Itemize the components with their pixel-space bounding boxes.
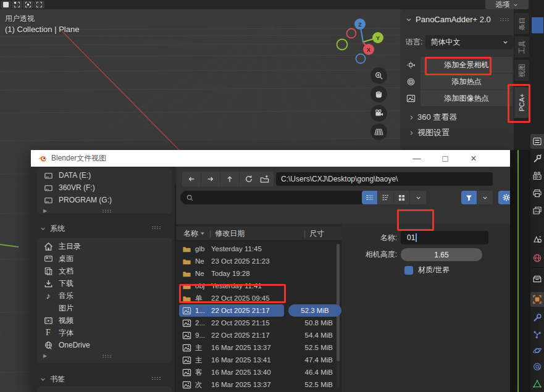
filename-input[interactable]: 01 [401,231,488,244]
chevron-down-icon [40,225,46,232]
forward-button[interactable] [201,172,220,186]
panel-grip[interactable] [500,18,509,21]
world-icon[interactable] [532,253,542,263]
system-item[interactable]: 图片 [37,302,172,314]
filter-options-dropdown[interactable] [477,191,493,204]
object-data-icon[interactable] [532,379,542,389]
side-tab-工具[interactable]: 工具 [514,36,529,57]
camera-height-label: 相机高度: [341,249,397,260]
physics-icon[interactable] [532,346,542,356]
side-tab-视图[interactable]: 视图 [514,60,529,81]
maximize-button[interactable]: □ [435,150,456,167]
file-row[interactable]: 次16 Mar 2025 13:3752.5 MiB [176,378,341,391]
tool-settings-icon[interactable] [532,136,542,146]
object-icon[interactable] [532,294,542,304]
pan-hand-icon[interactable] [370,86,387,102]
volume-item[interactable]: 360VR (F:) [37,181,172,194]
system-item[interactable]: 下载 [37,277,172,290]
path-input[interactable]: C:\Users\CXJ\Desktop\gong\baoye\ [276,172,493,186]
file-row[interactable]: 主16 Mar 2025 13:4147.4 MiB [176,354,341,366]
system-item[interactable]: 视频 [37,314,172,327]
column-size[interactable]: 尺寸 [309,228,324,239]
back-button[interactable] [182,172,201,186]
system-item[interactable]: F字体 [37,327,172,339]
parent-dir-button[interactable] [220,172,239,186]
section-grip[interactable] [151,377,161,380]
tool-icon[interactable] [532,154,542,164]
expand-arrow-icon[interactable]: ▶ [43,353,47,359]
particles-icon[interactable] [532,330,542,340]
system-item[interactable]: 主目录 [37,240,172,252]
arrow-right-icon [206,175,215,183]
column-date[interactable]: 修改日期 [215,228,245,239]
language-dropdown[interactable]: 简体中文 [425,35,514,49]
search-icon [186,194,194,202]
viewport-gap [510,150,530,392]
panel-buttons: 添加全景相机 添加热点 添加图像热点 [401,57,513,107]
select-mode-circle-icon[interactable] [23,1,33,9]
volume-item[interactable]: DATA (E:) [37,169,172,181]
camera-height-field[interactable]: 1.65 [401,248,482,261]
system-item[interactable]: 文档 [37,265,172,277]
file-list-pane: 名称 | 修改日期 | 尺寸 glbYesterday 11:45Ne23 Oc… [176,224,341,392]
render-icon[interactable] [532,171,542,181]
image-file-icon [182,356,191,365]
camera-view-icon[interactable] [370,105,387,122]
bookmarks-section-header[interactable]: 书签 [40,374,65,385]
material-world-checkbox[interactable] [404,266,413,275]
select-mode-box-icon[interactable] [12,1,22,9]
section-360-viewer[interactable]: 360 查看器 [408,112,457,123]
file-row[interactable]: objYesterday 11:41 [176,280,341,292]
file-row[interactable]: Ne23 Oct 2025 21:23 [176,255,341,267]
section-view-settings[interactable]: 视图设置 [408,127,450,138]
side-tab-条目[interactable]: 条目 [514,13,529,34]
filter-button[interactable] [461,191,477,204]
select-mode-lasso-icon[interactable] [34,1,44,9]
close-button[interactable]: × [463,150,484,167]
select-mode-tweak-icon[interactable] [1,1,11,9]
panel-collapse-icon[interactable] [405,16,412,23]
file-row[interactable]: 客16 Mar 2025 13:4046.4 MiB [176,366,341,378]
constraints-icon[interactable] [532,362,542,372]
file-row[interactable]: 1...22 Oct 2025 21:1752.3 MiB [176,304,341,317]
system-item[interactable]: ♪音乐 [37,290,172,302]
settings-button[interactable] [498,191,510,204]
system-section-header[interactable]: 系统 [40,223,65,234]
resize-grip[interactable] [102,354,111,357]
view-list-button[interactable] [362,191,377,204]
search-input[interactable] [180,191,370,204]
view-thumbnail-button[interactable] [394,191,409,204]
properties-blue-field[interactable] [532,17,543,33]
file-row[interactable]: 9...22 Oct 2025 21:1754.4 MiB [176,329,341,341]
zoom-tool-icon[interactable] [370,67,387,84]
collection-icon[interactable] [532,274,542,284]
view-layer-icon[interactable] [532,206,542,215]
expand-arrow-icon[interactable]: ▶ [43,208,47,214]
orientation-gizmo[interactable]: Z Y X [333,14,395,66]
view-options-dropdown[interactable] [410,191,426,204]
minimize-button[interactable]: — [406,150,427,167]
modifiers-icon[interactable] [532,313,542,323]
file-row[interactable]: 主16 Mar 2025 13:3752.5 MiB [176,341,341,354]
file-row[interactable]: 单22 Oct 2025 09:45 [176,292,341,304]
scene-icon[interactable] [532,235,542,244]
add-pano-camera-button[interactable]: 添加全景相机 [421,57,513,73]
column-name[interactable]: 名称 [183,228,206,239]
view-detail-button[interactable] [378,191,393,204]
resize-grip[interactable] [102,209,111,212]
side-tab-PCA+[interactable]: PCA+ [514,87,529,118]
file-row[interactable]: 2...22 Oct 2025 21:1550.8 MiB [176,317,341,329]
options-dropdown[interactable]: 选项 [485,0,529,9]
output-icon[interactable] [532,188,542,198]
section-grip[interactable] [151,226,161,229]
add-hotspot-button[interactable]: 添加热点 [421,73,513,90]
toggle-perspective-icon[interactable] [370,123,387,140]
system-item[interactable]: OneDrive [37,339,172,351]
system-item[interactable]: 桌面 [37,252,172,265]
add-image-hotspot-button[interactable]: 添加图像热点 [421,90,513,106]
new-folder-button[interactable] [255,172,274,186]
file-row[interactable]: NeToday 19:28 [176,267,341,280]
volume-item[interactable]: PROGRAM (G:) [37,194,172,206]
dialog-body: DATA (E:)360VR (F:)PROGRAM (G:) ▶ 系统 主目录… [31,167,510,392]
file-row[interactable]: glbYesterday 11:45 [176,243,341,255]
